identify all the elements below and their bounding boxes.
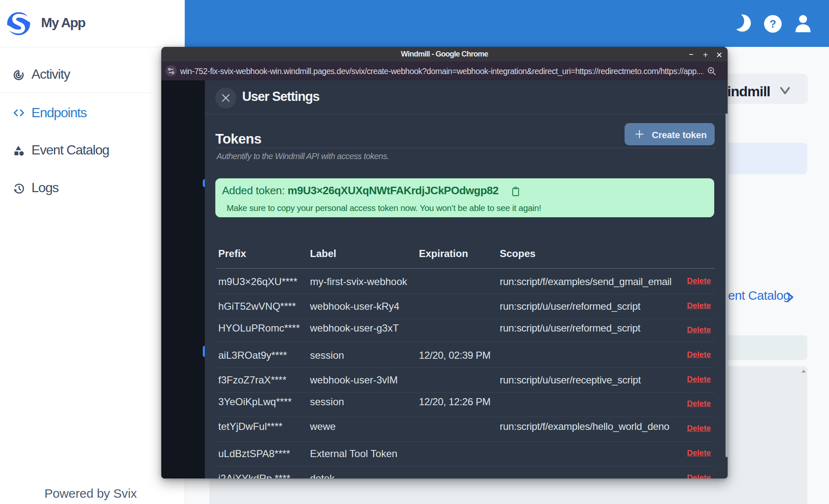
svg-text:?: ? — [770, 18, 776, 30]
